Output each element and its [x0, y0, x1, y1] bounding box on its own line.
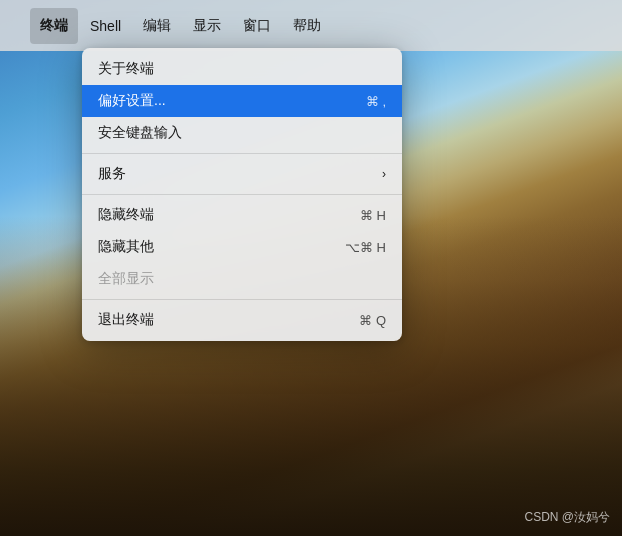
menubar-item-view[interactable]: 显示	[183, 8, 231, 44]
menu-item-about-label: 关于终端	[98, 60, 154, 78]
menu-item-hide-terminal-label: 隐藏终端	[98, 206, 154, 224]
separator-3	[82, 299, 402, 300]
menu-item-quit[interactable]: 退出终端 ⌘ Q	[82, 304, 402, 336]
menu-item-quit-label: 退出终端	[98, 311, 154, 329]
menubar-item-window[interactable]: 窗口	[233, 8, 281, 44]
menu-item-prefs-shortcut: ⌘ ,	[366, 94, 386, 109]
menubar-item-help[interactable]: 帮助	[283, 8, 331, 44]
menu-item-services-label: 服务	[98, 165, 126, 183]
menu-item-about[interactable]: 关于终端	[82, 53, 402, 85]
menu-item-prefs[interactable]: 偏好设置... ⌘ ,	[82, 85, 402, 117]
menu-item-show-all[interactable]: 全部显示	[82, 263, 402, 295]
menubar: 终端 Shell 编辑 显示 窗口 帮助	[0, 0, 622, 51]
menu-item-hide-terminal-shortcut: ⌘ H	[360, 208, 386, 223]
menu-item-quit-shortcut: ⌘ Q	[359, 313, 386, 328]
watermark: CSDN @汝妈兮	[524, 509, 610, 526]
menu-item-show-all-label: 全部显示	[98, 270, 154, 288]
menu-item-hide-others[interactable]: 隐藏其他 ⌥⌘ H	[82, 231, 402, 263]
menu-item-hide-others-label: 隐藏其他	[98, 238, 154, 256]
menubar-item-edit[interactable]: 编辑	[133, 8, 181, 44]
menubar-item-shell[interactable]: Shell	[80, 8, 131, 44]
menu-item-prefs-label: 偏好设置...	[98, 92, 166, 110]
apple-menu-button[interactable]	[8, 8, 28, 44]
menubar-item-terminal[interactable]: 终端	[30, 8, 78, 44]
submenu-arrow-icon: ›	[382, 167, 386, 181]
separator-1	[82, 153, 402, 154]
separator-2	[82, 194, 402, 195]
menu-item-hide-others-shortcut: ⌥⌘ H	[345, 240, 386, 255]
menu-item-secure-kbd-label: 安全键盘输入	[98, 124, 182, 142]
menu-item-hide-terminal[interactable]: 隐藏终端 ⌘ H	[82, 199, 402, 231]
menu-item-services[interactable]: 服务 ›	[82, 158, 402, 190]
menu-item-secure-kbd[interactable]: 安全键盘输入	[82, 117, 402, 149]
terminal-dropdown-menu: 关于终端 偏好设置... ⌘ , 安全键盘输入 服务 › 隐藏终端 ⌘ H 隐藏…	[82, 48, 402, 341]
